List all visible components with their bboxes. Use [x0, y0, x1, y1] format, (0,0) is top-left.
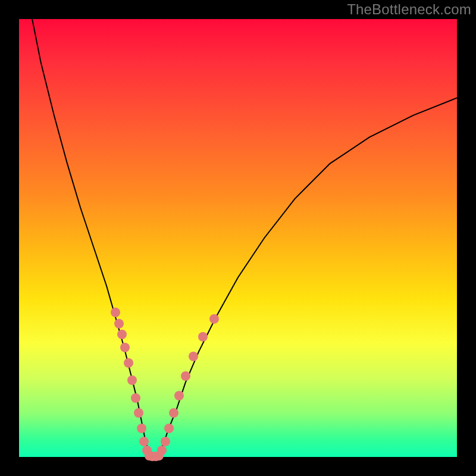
data-point	[164, 424, 174, 433]
watermark-text: TheBottleneck.com	[347, 1, 471, 18]
data-point	[174, 391, 184, 400]
data-point	[124, 358, 133, 368]
data-point	[120, 343, 130, 352]
scatter-layer	[19, 19, 457, 457]
data-point	[169, 408, 178, 418]
data-point	[127, 375, 137, 385]
data-point	[131, 393, 140, 403]
data-point	[198, 332, 208, 342]
data-point	[139, 437, 149, 446]
plot-area	[19, 19, 457, 457]
data-point	[137, 424, 146, 433]
data-point	[181, 371, 190, 381]
data-point	[117, 330, 127, 339]
data-point	[111, 308, 120, 317]
data-point	[134, 408, 143, 418]
data-point	[161, 437, 170, 446]
data-point	[209, 314, 219, 324]
data-point	[189, 352, 198, 361]
data-point	[157, 446, 167, 455]
chart-frame: TheBottleneck.com	[0, 0, 476, 476]
data-point	[114, 319, 124, 328]
